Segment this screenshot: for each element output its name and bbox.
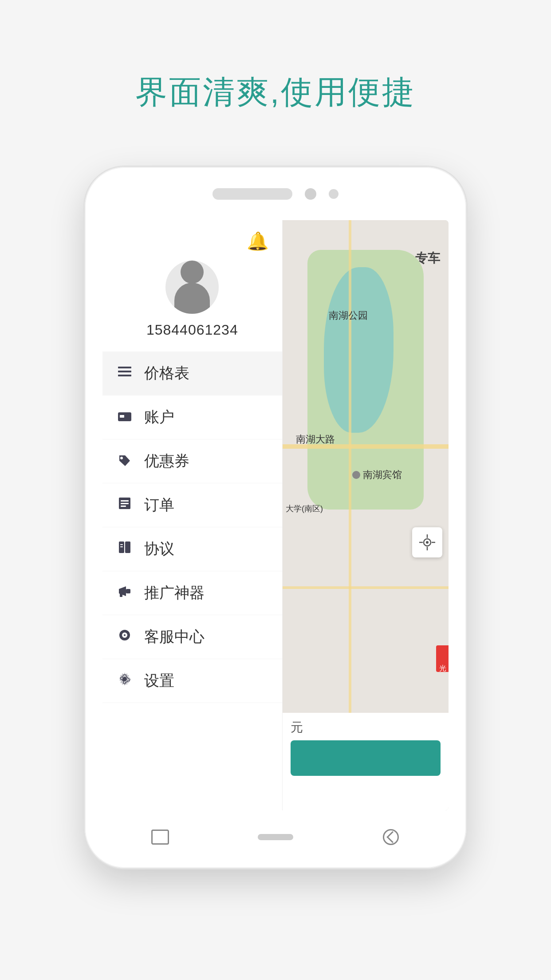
svg-rect-1 (118, 371, 131, 372)
map-book-button[interactable] (291, 740, 441, 776)
svg-rect-0 (118, 367, 131, 368)
map-service-label: 专车 (415, 250, 440, 267)
map-promo-chip: 光 (436, 645, 449, 672)
front-camera (305, 188, 316, 200)
agreement-icon (116, 540, 134, 558)
svg-rect-4 (120, 415, 124, 418)
account-label: 账户 (144, 407, 174, 427)
settings-icon (116, 672, 134, 690)
location-button[interactable] (412, 527, 442, 557)
map-park-label: 南湖公园 (329, 309, 368, 322)
svg-point-26 (426, 541, 429, 544)
svg-rect-9 (121, 506, 126, 507)
svg-rect-13 (120, 546, 123, 547)
recent-apps-icon (151, 830, 169, 845)
phone-screen: 🔔 15844061234 (102, 220, 449, 810)
menu-item-customer-service[interactable]: 客服中心 (102, 615, 282, 659)
map-inn-dot (352, 471, 360, 479)
menu-item-settings[interactable]: 设置 (102, 659, 282, 703)
map-road-label: 南湖大路 (296, 433, 335, 446)
page-title: 界面清爽,使用便捷 (135, 71, 416, 114)
agreement-label: 协议 (144, 539, 174, 559)
svg-rect-11 (125, 541, 130, 553)
svg-rect-2 (118, 375, 131, 376)
menu-item-agreement[interactable]: 协议 (102, 527, 282, 571)
back-icon (383, 829, 399, 845)
settings-label: 设置 (144, 671, 174, 691)
svg-rect-12 (120, 544, 123, 545)
price-list-icon (116, 364, 134, 383)
map-lake-area (324, 267, 394, 432)
map-university-label: 大学(南区) (286, 503, 323, 514)
front-sensor (329, 189, 338, 199)
phone-shell: 🔔 15844061234 (85, 167, 466, 868)
svg-point-19 (124, 634, 126, 636)
svg-rect-15 (126, 589, 130, 593)
svg-rect-16 (120, 593, 122, 597)
bottom-nav (102, 819, 449, 855)
speaker-grille (213, 188, 292, 200)
menu-list: 价格表 账户 (102, 352, 282, 810)
account-icon (116, 408, 134, 427)
map-price-text: 元 (291, 719, 441, 736)
menu-item-account[interactable]: 账户 (102, 395, 282, 439)
menu-item-order[interactable]: 订单 (102, 483, 282, 527)
order-icon (116, 496, 134, 514)
drawer-panel: 🔔 15844061234 (102, 220, 283, 810)
home-icon (258, 834, 293, 840)
promote-icon (116, 584, 134, 602)
map-panel: 专车 南湖公园 南湖大路 南湖宾馆 大学(南区) (283, 220, 449, 810)
location-icon (418, 533, 436, 551)
order-label: 订单 (144, 495, 174, 515)
map-booking-bar: 元 (283, 713, 449, 810)
home-button[interactable] (258, 826, 293, 848)
coupon-icon (116, 452, 134, 470)
phone-top-bar (213, 188, 338, 200)
coupon-label: 优惠券 (144, 451, 189, 471)
customer-service-label: 客服中心 (144, 627, 205, 647)
map-inn-label: 南湖宾馆 (363, 468, 402, 482)
user-phone-number: 15844061234 (146, 322, 238, 338)
svg-point-5 (120, 457, 123, 459)
recent-apps-button[interactable] (142, 826, 178, 848)
promote-label: 推广神器 (144, 583, 205, 603)
menu-item-coupon[interactable]: 优惠券 (102, 439, 282, 483)
customer-service-icon (116, 628, 134, 646)
map-road-horizontal-2 (283, 586, 449, 589)
avatar[interactable] (165, 261, 219, 314)
price-list-label: 价格表 (144, 363, 189, 383)
menu-item-price-list[interactable]: 价格表 (102, 352, 282, 395)
phone-mockup: 🔔 15844061234 (85, 167, 466, 868)
svg-rect-8 (121, 503, 129, 504)
notification-bell-icon[interactable]: 🔔 (247, 231, 269, 252)
user-section: 15844061234 (102, 256, 282, 352)
avatar-body (174, 283, 210, 314)
back-button[interactable] (373, 826, 409, 848)
menu-item-promote[interactable]: 推广神器 (102, 571, 282, 615)
avatar-head (181, 261, 204, 284)
map-inn-area: 南湖宾馆 (352, 468, 402, 482)
svg-rect-7 (121, 500, 129, 502)
drawer-header: 🔔 (102, 220, 282, 256)
